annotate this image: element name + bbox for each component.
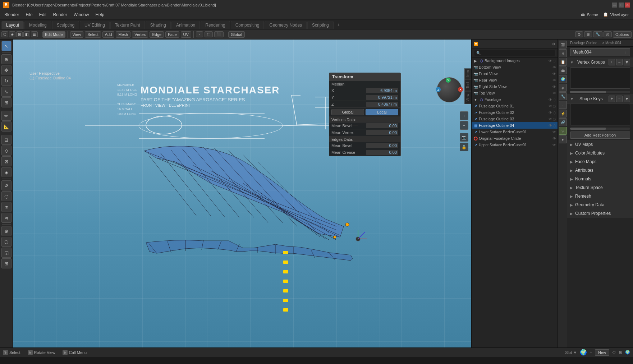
menu-render[interactable]: Render bbox=[50, 11, 70, 18]
outliner-item-fuselage-circle[interactable]: ⭕ Original Fuselage Circle 👁 bbox=[472, 135, 558, 142]
menu-blender[interactable]: Blender bbox=[1, 11, 22, 18]
remesh-section[interactable]: ▶ Remesh bbox=[567, 192, 633, 201]
outliner-item-top-view[interactable]: 📷 Top View 👁 bbox=[472, 90, 558, 96]
new-btn[interactable]: New bbox=[595, 349, 609, 356]
particle-props-tab[interactable]: · bbox=[559, 101, 567, 109]
rotate-tool[interactable]: ↻ bbox=[1, 76, 12, 86]
tab-sculpting[interactable]: Sculpting bbox=[52, 21, 79, 29]
tab-rendering[interactable]: Rendering bbox=[201, 21, 230, 29]
material-props-tab[interactable]: ● bbox=[559, 135, 567, 143]
face-maps-section[interactable]: ▶ Face Maps bbox=[567, 157, 633, 166]
outliner-item-lower-bezier[interactable]: ↗ Lower Surface BezierCurve01 👁 bbox=[472, 129, 558, 135]
mean-crease-value[interactable]: 0.00 bbox=[366, 150, 398, 155]
mode-selector[interactable]: Edit Mode bbox=[42, 31, 65, 38]
scene-props-tab[interactable]: 🏔 bbox=[559, 66, 567, 74]
nav-sphere[interactable]: X Y Z bbox=[437, 77, 462, 102]
tab-uv-editing[interactable]: UV Editing bbox=[80, 21, 110, 29]
expand-status-icon[interactable]: ⊞ bbox=[619, 350, 622, 355]
select-menu[interactable]: Select bbox=[85, 31, 101, 38]
tab-texture-paint[interactable]: Texture Paint bbox=[110, 21, 145, 29]
view-layer-name[interactable]: ViewLayer bbox=[610, 13, 629, 17]
constraint-props-tab[interactable]: 🔗 bbox=[559, 118, 567, 126]
outliner-item-fuselage[interactable]: ▼ ⬡ Fuselage 👁◌ bbox=[472, 96, 558, 103]
render-props-tab[interactable]: 🎬 bbox=[559, 41, 567, 49]
scale-tool[interactable]: ⤡ bbox=[1, 87, 12, 97]
outliner-item-background-images[interactable]: ▶ ⬡ Background Images 👁◌ bbox=[472, 57, 558, 64]
options-btn[interactable]: Options bbox=[613, 31, 632, 38]
edge-menu[interactable]: Edge bbox=[150, 31, 164, 38]
randomize-tool[interactable]: ≋ bbox=[1, 202, 12, 212]
physics-props-tab[interactable]: ⚡ bbox=[559, 110, 567, 118]
status-icon2[interactable]: 🌍 bbox=[625, 350, 630, 355]
face-menu[interactable]: Face bbox=[165, 31, 179, 38]
select-tool[interactable]: ↖ bbox=[1, 41, 12, 51]
bisect-tool[interactable]: ⊠ bbox=[1, 156, 12, 166]
z-value[interactable]: 0.48677 m bbox=[366, 102, 398, 107]
menu-help[interactable]: Help bbox=[92, 11, 107, 18]
zoom-in-btn[interactable]: + bbox=[460, 111, 468, 120]
item-visibility[interactable]: 👁◌ bbox=[549, 104, 556, 108]
menu-file[interactable]: File bbox=[23, 11, 35, 18]
edge-slide-tool[interactable]: ⊲ bbox=[1, 213, 12, 223]
item-visibility[interactable]: 👁 bbox=[552, 78, 556, 82]
item-visibility[interactable]: 👁◌ bbox=[549, 98, 556, 102]
outliner-item-upper-bezier[interactable]: ↗ Upper Surface BezierCurve01 👁 bbox=[472, 142, 558, 148]
smooth-tool[interactable]: ◌ bbox=[1, 191, 12, 201]
outliner-search-box[interactable]: 🔍 bbox=[474, 50, 555, 56]
bevel-tool[interactable]: ◱ bbox=[1, 248, 12, 258]
scene-name[interactable]: Scene bbox=[587, 13, 598, 17]
outliner-item-fuselage-02[interactable]: ↗ Fuselage Outline 02 👁◌ bbox=[472, 109, 558, 116]
tab-scripting[interactable]: Scripting bbox=[307, 21, 334, 29]
object-props-tab[interactable]: ◈ bbox=[559, 84, 567, 92]
item-visibility[interactable]: 👁◌ bbox=[549, 124, 556, 128]
output-props-tab[interactable]: 🖨 bbox=[559, 49, 567, 57]
texture-space-section[interactable]: ▶ Texture Space bbox=[567, 183, 633, 192]
vg-add-btn[interactable]: + bbox=[609, 59, 615, 65]
item-tab[interactable]: Item bbox=[464, 68, 471, 80]
camera-view-btn[interactable]: 📷 bbox=[460, 133, 468, 142]
item-visibility[interactable]: 👁◌ bbox=[549, 117, 556, 121]
tool-tab[interactable]: Tool bbox=[464, 80, 471, 91]
header-icon-btn[interactable]: ⬡ bbox=[1, 31, 8, 37]
data-props-tab[interactable]: ▽ bbox=[559, 127, 567, 135]
mesh-dropdown-icon[interactable]: ⋮ bbox=[624, 50, 628, 54]
sk-menu-btn[interactable]: ▼ bbox=[624, 96, 630, 102]
normals-section[interactable]: ▶ Normals bbox=[567, 175, 633, 183]
knife-tool[interactable]: ◇ bbox=[1, 146, 12, 156]
item-visibility[interactable]: 👁 bbox=[552, 143, 556, 147]
poly-build-tool[interactable]: ◈ bbox=[1, 167, 12, 177]
tab-layout[interactable]: Layout bbox=[1, 21, 24, 29]
y-value[interactable]: -0.99721 m bbox=[366, 95, 398, 100]
plus-icon[interactable]: + bbox=[590, 350, 592, 354]
bridge-tool[interactable]: ⊞ bbox=[1, 258, 12, 268]
z-axis-dot[interactable]: Z bbox=[436, 87, 441, 92]
window-controls[interactable]: — □ ✕ bbox=[612, 3, 630, 8]
proportional-btn[interactable]: ◎ bbox=[604, 31, 612, 37]
color-attributes-section[interactable]: ▶ Color Attributes bbox=[567, 149, 633, 157]
custom-properties-section[interactable]: ▶ Custom Properties bbox=[567, 209, 633, 218]
header-icon3-btn[interactable]: ⊞ bbox=[16, 31, 23, 37]
x-axis-dot[interactable]: X bbox=[458, 87, 463, 92]
item-visibility[interactable]: 👁 bbox=[552, 85, 556, 89]
tab-modeling[interactable]: Modeling bbox=[24, 21, 51, 29]
move-tool[interactable]: ✥ bbox=[1, 65, 12, 75]
navigation-gizmo[interactable]: X Y Z bbox=[437, 77, 465, 106]
sk-remove-btn[interactable]: − bbox=[616, 96, 623, 102]
view-tab[interactable]: View bbox=[464, 91, 471, 104]
tab-animation[interactable]: Animation bbox=[171, 21, 200, 29]
item-visibility[interactable]: 👁 bbox=[552, 137, 556, 140]
header-icon5-btn[interactable]: ☰ bbox=[31, 31, 38, 37]
measure-tool[interactable]: 📐 bbox=[1, 121, 12, 132]
outliner-filter-icon[interactable]: ⚙ bbox=[552, 42, 555, 46]
gizmo-btn[interactable]: ⊞ bbox=[584, 31, 592, 37]
add-menu[interactable]: Add bbox=[102, 31, 115, 38]
item-visibility[interactable]: 👁◌ bbox=[549, 59, 556, 63]
vg-menu-btn[interactable]: ▼ bbox=[624, 59, 630, 65]
mean-vertex-value[interactable]: 0.00 bbox=[366, 130, 398, 135]
tab-compositing[interactable]: Compositing bbox=[231, 21, 264, 29]
world-props-tab[interactable]: 🌍 bbox=[559, 75, 567, 83]
vg-remove-btn[interactable]: − bbox=[616, 59, 623, 65]
snap-btn[interactable]: 🔧 bbox=[593, 31, 602, 37]
mesh-name-field[interactable]: Mesh.004 ⋮ bbox=[570, 48, 630, 56]
viewport[interactable]: MONDIALE STARCHASER PART OF THE "AMAZING… bbox=[13, 40, 471, 347]
